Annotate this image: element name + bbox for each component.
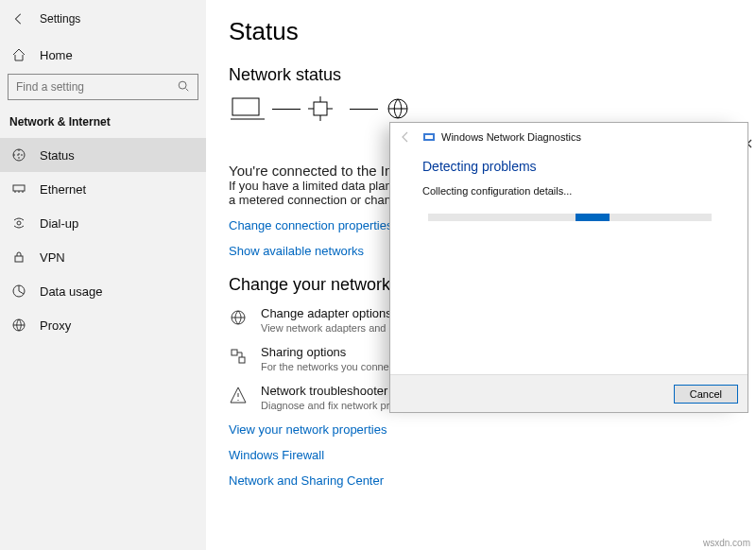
sidebar-section-label: Network & Internet — [0, 110, 206, 138]
dialog-title: Windows Network Diagnostics — [441, 131, 581, 143]
section-network-status: Network status — [229, 65, 756, 85]
ethernet-icon — [9, 181, 28, 197]
home-icon — [9, 47, 28, 62]
troubleshoot-icon — [229, 386, 249, 406]
back-button[interactable] — [9, 9, 28, 28]
sidebar-item-proxy[interactable]: Proxy — [0, 308, 206, 342]
sidebar-item-label: VPN — [40, 250, 65, 265]
page-title: Status — [229, 17, 756, 46]
sidebar-item-ethernet[interactable]: Ethernet — [0, 172, 206, 206]
search-icon — [177, 79, 192, 95]
sidebar-item-label: Status — [40, 148, 75, 163]
router-icon — [306, 95, 344, 123]
dialup-icon — [9, 215, 28, 231]
svg-rect-12 — [239, 357, 245, 363]
svg-rect-14 — [425, 135, 433, 139]
adapter-icon — [229, 308, 249, 329]
link-sharing-center[interactable]: Network and Sharing Center — [229, 473, 756, 488]
search-input[interactable] — [14, 79, 177, 95]
settings-title: Settings — [40, 12, 80, 26]
svg-rect-7 — [232, 98, 259, 115]
proxy-icon — [9, 318, 28, 333]
dialog-heading: Detecting problems — [422, 159, 727, 174]
svg-rect-4 — [15, 256, 23, 262]
vpn-icon — [9, 249, 28, 265]
datausage-icon — [9, 284, 28, 299]
sidebar-item-label: Ethernet — [40, 182, 86, 197]
sidebar-item-label: Dial-up — [40, 216, 78, 231]
link-view-properties[interactable]: View your network properties — [229, 422, 756, 437]
svg-point-3 — [17, 221, 21, 225]
link-firewall[interactable]: Windows Firewall — [229, 448, 756, 462]
sidebar-item-status[interactable]: Status — [0, 138, 206, 172]
home-nav[interactable]: Home — [0, 38, 206, 72]
watermark: wsxdn.com — [703, 538, 750, 548]
globe-icon — [384, 95, 421, 123]
svg-rect-11 — [232, 350, 237, 355]
sharing-icon — [229, 347, 249, 368]
diagnostics-icon — [422, 130, 436, 144]
svg-point-0 — [179, 81, 186, 89]
search-box[interactable] — [8, 74, 198, 100]
sidebar-item-label: Data usage — [40, 284, 103, 299]
settings-window: Settings Home Network & Internet Status — [0, 0, 756, 550]
diagnostics-dialog: Windows Network Diagnostics Detecting pr… — [389, 122, 748, 413]
sidebar-item-label: Proxy — [40, 318, 71, 333]
sidebar-item-datausage[interactable]: Data usage — [0, 274, 206, 308]
dialog-status: Collecting configuration details... — [422, 185, 727, 197]
settings-sidebar: Settings Home Network & Internet Status — [0, 0, 206, 550]
progress-bar — [428, 214, 712, 221]
sidebar-item-vpn[interactable]: VPN — [0, 240, 206, 274]
dialog-back-button[interactable] — [400, 131, 415, 143]
svg-rect-8 — [314, 102, 327, 115]
sidebar-item-dialup[interactable]: Dial-up — [0, 206, 206, 240]
pc-icon — [229, 95, 266, 123]
svg-rect-2 — [13, 185, 25, 191]
status-icon — [9, 147, 28, 163]
home-label: Home — [40, 48, 73, 62]
network-diagram — [229, 95, 756, 123]
cancel-button[interactable]: Cancel — [674, 385, 738, 404]
